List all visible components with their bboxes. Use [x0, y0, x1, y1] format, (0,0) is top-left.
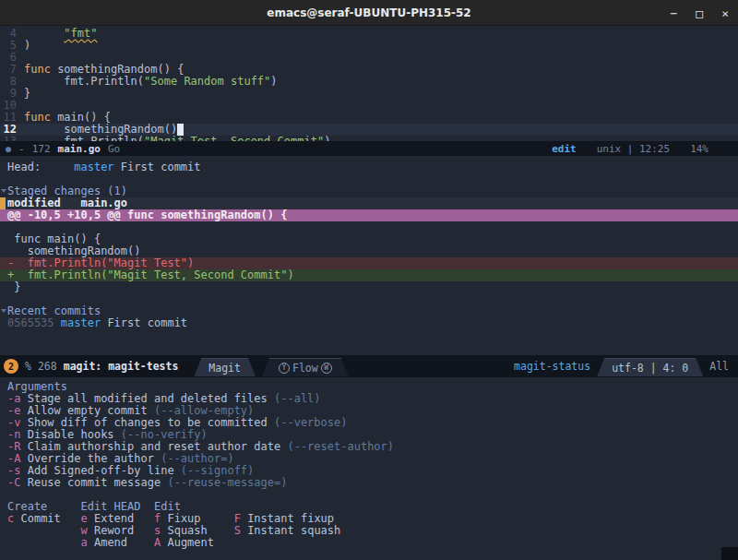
section-heading-recent[interactable]: Recent commits [0, 305, 738, 317]
emacs-frame: emacs@seraf-UBUNTU-PH315-52 − □ × 4 "fmt… [0, 0, 738, 560]
code-buffer-main-go[interactable]: 4 "fmt"5)67func somethingRandom() {8 fmt… [0, 26, 738, 141]
buffer-size: 172 [32, 143, 51, 155]
minimize-icon[interactable]: − [671, 6, 678, 20]
magit-buffer-size: 268 [38, 360, 57, 373]
readonly-indicator: % [25, 360, 31, 373]
buffer-line: 8 fmt.Println("Some Random stuff") [0, 76, 738, 88]
magit-buffer-name: magit: magit-tests [64, 360, 179, 373]
major-mode[interactable]: Go [108, 143, 120, 155]
buffer-state: - [18, 143, 25, 155]
circled-y-icon: Y [279, 363, 290, 374]
modeline-right-group: edit unix | 12:25 14% [552, 143, 738, 155]
flow-label: Flow [292, 362, 318, 375]
commit-line[interactable]: 0565535 master First commit [0, 317, 738, 329]
section-heading-staged[interactable]: Staged changes (1) [0, 185, 738, 197]
diff-added-line[interactable]: + fmt.Println("Magit Test, Second Commit… [0, 269, 738, 281]
tab-magit[interactable]: Magit [194, 358, 256, 376]
buffer-line [0, 221, 738, 233]
modeline-main-go: ● - 172 main.go Go edit unix | 12:25 14% [0, 141, 738, 156]
arg-reuse-message[interactable]: -C Reuse commit message (--reuse-message… [0, 477, 738, 489]
buffer-line: 10 [0, 100, 738, 112]
window-controls: − □ × [671, 0, 729, 26]
scroll-indicator: All [709, 360, 729, 373]
titlebar: emacs@seraf-UBUNTU-PH315-52 − □ × [0, 0, 738, 26]
window-indicator-icon: ● [6, 144, 11, 154]
scrollbar-corner [721, 547, 738, 560]
scroll-percentage: 14% [690, 143, 708, 155]
buffer-line [0, 293, 738, 305]
buffer-line: 5) [0, 40, 738, 52]
circled-w-icon: W [321, 363, 332, 374]
line-number: 13 [0, 136, 24, 141]
transient-commit-popup[interactable]: Arguments-a Stage all modified and delet… [0, 377, 738, 560]
head-line[interactable]: Head: master First commit [0, 161, 738, 173]
modeline-magit: 2 % 268 magit: magit-tests Magit Y Flow … [0, 355, 738, 377]
close-icon[interactable]: × [721, 6, 729, 20]
magit-status-buffer[interactable]: Head: master First commitStaged changes … [0, 156, 738, 355]
tab-encoding-position[interactable]: utf-8 | 4: 0 [597, 358, 703, 376]
window-title: emacs@seraf-UBUNTU-PH315-52 [0, 6, 738, 19]
buffer-line: 9} [0, 88, 738, 100]
buffer-line: 4 "fmt" [0, 28, 738, 40]
buffer-name: main.go [58, 143, 101, 155]
maximize-icon[interactable]: □ [696, 6, 703, 20]
encoding-and-time: unix | 12:25 [597, 143, 670, 155]
magit-major-mode[interactable]: magit-status [514, 360, 590, 373]
diff-context-line[interactable]: } [0, 281, 738, 293]
tab-flow[interactable]: Y Flow W [262, 358, 349, 376]
hunk-heading[interactable]: @@ -10,5 +10,5 @@ func somethingRandom()… [0, 209, 738, 221]
action-row[interactable]: a Amend A Augment [0, 537, 738, 549]
window-number-badge: 2 [4, 359, 18, 374]
edit-state-indicator: edit [552, 143, 577, 155]
